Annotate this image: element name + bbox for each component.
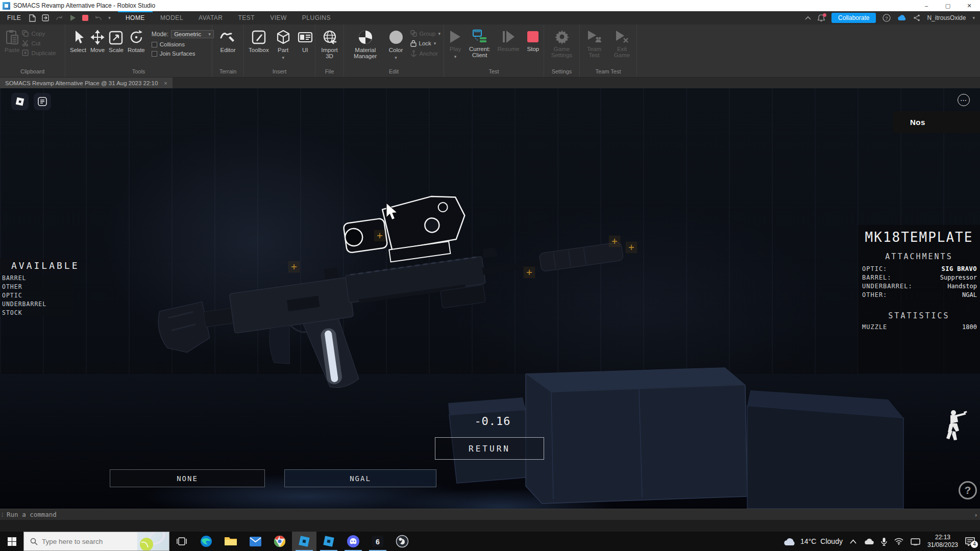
select-tool-button[interactable]: Select	[68, 29, 88, 54]
clock[interactable]: 22:13 31/08/2023	[927, 534, 958, 549]
action-center-button[interactable]: 4	[965, 537, 975, 546]
lock-caret-icon[interactable]: ▾	[434, 41, 436, 46]
stop-button[interactable]: Stop	[525, 29, 541, 53]
exit-game-button[interactable]: Exit Game	[610, 29, 633, 59]
start-button[interactable]	[0, 532, 23, 551]
file-menu[interactable]: FILE	[0, 14, 28, 21]
taskbar-app-edge[interactable]	[194, 532, 218, 551]
taskbar-app-mail[interactable]	[243, 532, 267, 551]
chat-list-button[interactable]	[34, 93, 51, 110]
color-caret-icon[interactable]: ▾	[395, 55, 397, 60]
game-viewport[interactable]: + + + + + ⋯ Nos AVAILA	[0, 88, 980, 509]
toolbox-button[interactable]: Toolbox	[247, 29, 271, 54]
resume-button[interactable]: Resume	[496, 29, 521, 53]
play-button[interactable]: Play ▾	[447, 29, 463, 60]
place-tab[interactable]: SOMACS Revamp Alternative Place @ 31 Aug…	[0, 78, 173, 88]
tray-expand-icon[interactable]	[850, 539, 856, 544]
collaborate-button[interactable]: Collaborate	[831, 13, 876, 23]
more-options-button[interactable]: ⋯	[958, 94, 970, 106]
game-settings-button[interactable]: Game Settings	[547, 29, 576, 59]
search-input[interactable]	[42, 538, 129, 545]
plus-marker-barrel[interactable]: +	[611, 235, 617, 246]
taskbar-app-roblox-studio-active[interactable]	[292, 532, 316, 551]
plus-marker-muzzle[interactable]: +	[628, 241, 634, 253]
tab-avatar[interactable]: AVATAR	[191, 11, 230, 24]
weather-widget[interactable]: 14°C Cloudy	[783, 537, 843, 546]
join-surfaces-checkbox[interactable]: Join Surfaces	[152, 51, 214, 57]
copy-button[interactable]: Copy	[22, 30, 56, 37]
taskbar-app-roblox-studio-2[interactable]	[316, 532, 341, 551]
paste-button[interactable]: Paste	[3, 29, 21, 54]
available-item-stock[interactable]: STOCK	[0, 309, 73, 316]
wifi-icon[interactable]	[894, 538, 903, 545]
minimize-button[interactable]: –	[916, 0, 937, 11]
username-caret-icon[interactable]: ▾	[972, 15, 975, 20]
stop-quick-icon[interactable]	[82, 15, 88, 21]
available-item-optic[interactable]: OPTIC	[0, 291, 73, 299]
microphone-icon[interactable]	[881, 537, 887, 546]
command-input[interactable]	[7, 511, 975, 518]
ui-button[interactable]: UI	[296, 29, 314, 54]
selected-optic[interactable]	[341, 192, 470, 268]
plus-marker-underbarrel[interactable]: +	[526, 266, 532, 278]
team-test-button[interactable]: Team Test	[583, 29, 605, 59]
return-button[interactable]: RETURN	[435, 437, 544, 460]
taskbar-app-explorer[interactable]	[218, 532, 243, 551]
part-button[interactable]: Part ▾	[275, 29, 292, 61]
taskbar-app-discord[interactable]	[341, 532, 365, 551]
tab-test[interactable]: TEST	[231, 11, 263, 24]
mode-dropdown[interactable]: Geometric ▾	[171, 30, 214, 38]
import-3d-button[interactable]: Import 3D	[318, 29, 340, 60]
anchor-button[interactable]: Anchor	[410, 50, 441, 57]
command-bar-expand-icon[interactable]: ›	[975, 512, 977, 518]
cast-display-icon[interactable]	[911, 538, 920, 545]
help-button[interactable]: ?	[959, 481, 977, 499]
place-tab-close-icon[interactable]: ×	[164, 80, 167, 86]
current-client-button[interactable]: Current: Client	[468, 29, 492, 59]
redo-icon[interactable]	[56, 15, 63, 21]
material-manager-button[interactable]: Material Manager	[347, 29, 384, 60]
duplicate-button[interactable]: Duplicate	[22, 49, 56, 56]
move-tool-button[interactable]: Move	[89, 29, 106, 54]
group-button[interactable]: Group ▾	[410, 30, 441, 37]
share-icon[interactable]	[913, 14, 920, 21]
tab-plugins[interactable]: PLUGINS	[295, 11, 338, 24]
tab-model[interactable]: MODEL	[153, 11, 191, 24]
open-place-icon[interactable]	[42, 14, 50, 21]
option-button-none[interactable]: NONE	[110, 469, 265, 487]
tab-view[interactable]: VIEW	[262, 11, 295, 24]
scale-tool-button[interactable]: Scale	[107, 29, 125, 54]
username-label[interactable]: N_itrousOxide	[927, 14, 966, 21]
quick-access-caret-icon[interactable]: ▾	[108, 15, 111, 20]
available-item-other[interactable]: OTHER	[0, 283, 73, 290]
notifications-bell-icon[interactable]	[818, 14, 825, 22]
play-quick-icon[interactable]	[69, 14, 76, 21]
lock-button[interactable]: Lock ▾	[410, 40, 441, 47]
close-button[interactable]: ✕	[959, 0, 980, 11]
maximize-button[interactable]: ▢	[937, 0, 959, 11]
taskbar-search[interactable]	[23, 532, 169, 551]
available-item-barrel[interactable]: BARREL	[0, 274, 73, 282]
plus-marker-optic[interactable]: +	[377, 230, 382, 241]
color-button[interactable]: Color ▾	[387, 29, 405, 61]
new-file-icon[interactable]	[29, 14, 36, 22]
tab-home[interactable]: HOME	[118, 11, 153, 24]
onedrive-icon[interactable]	[864, 538, 874, 545]
roblox-menu-button[interactable]	[11, 93, 29, 110]
available-item-underbarrel[interactable]: UNDERBARREL	[0, 300, 73, 308]
help-circle-icon[interactable]: ?	[883, 14, 891, 22]
taskbar-app-obs[interactable]	[390, 532, 414, 551]
search-highlight-image[interactable]	[137, 532, 169, 550]
command-bar-grip-icon[interactable]: ⁞	[2, 512, 3, 518]
collapse-ribbon-icon[interactable]	[805, 16, 811, 20]
taskbar-app-siege[interactable]: 6	[365, 532, 390, 551]
collisions-checkbox[interactable]: Collisions	[152, 41, 214, 47]
task-view-button[interactable]	[169, 532, 194, 551]
undo-icon[interactable]	[94, 15, 102, 21]
rotate-tool-button[interactable]: Rotate	[126, 29, 146, 54]
taskbar-app-chrome[interactable]	[267, 532, 292, 551]
terrain-editor-button[interactable]: Editor	[218, 29, 237, 54]
cut-button[interactable]: Cut	[22, 40, 56, 46]
part-caret-icon[interactable]: ▾	[282, 55, 284, 60]
option-button-ngal[interactable]: NGAL	[284, 469, 436, 487]
